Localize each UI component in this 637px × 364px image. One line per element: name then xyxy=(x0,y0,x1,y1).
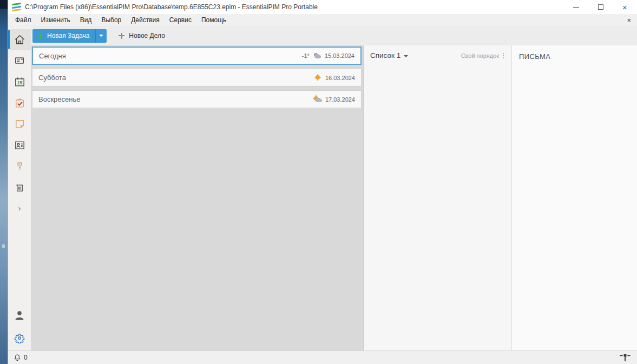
mail-icon xyxy=(14,55,25,67)
menu-select[interactable]: Выбор xyxy=(96,14,126,26)
day-label: Воскресенье xyxy=(38,95,80,103)
status-bar: 0 xyxy=(8,350,637,364)
menu-help[interactable]: Помощь xyxy=(196,14,231,26)
task-list-header: Список 1 Свой порядок xyxy=(370,51,504,59)
task-list-panel: Список 1 Свой порядок xyxy=(363,45,511,350)
new-task-button-main[interactable]: Новая Задача xyxy=(32,29,95,43)
menu-edit[interactable]: Изменить xyxy=(36,14,75,26)
sidebar-item-passwords[interactable] xyxy=(8,156,31,176)
new-task-dropdown[interactable] xyxy=(95,29,107,43)
mail-panel: ПИСЬМА xyxy=(511,45,637,350)
notification-count: 0 xyxy=(24,354,28,361)
status-right xyxy=(620,353,631,362)
mail-panel-title: ПИСЬМА xyxy=(519,52,550,61)
day-card-sunday[interactable]: Воскресенье 17.03.2024 xyxy=(32,90,362,108)
list-title: Список 1 xyxy=(370,51,400,59)
maximize-button[interactable] xyxy=(588,0,613,14)
weather-cloud-moon-icon xyxy=(313,52,321,59)
close-button[interactable]: × xyxy=(613,0,637,14)
chevron-down-icon xyxy=(404,55,408,57)
menu-bar: Файл Изменить Вид Выбор Действия Сервис … xyxy=(8,14,637,26)
content-area: Новая Задача Новое Дело Сегодня xyxy=(31,26,637,350)
new-deal-button[interactable]: Новое Дело xyxy=(115,29,168,43)
menu-view[interactable]: Вид xyxy=(75,14,97,26)
menu-actions[interactable]: Действия xyxy=(126,14,165,26)
day-card-saturday[interactable]: Суббота 16.03.2024 xyxy=(32,69,362,87)
sidebar-item-notes[interactable] xyxy=(8,114,31,134)
window-controls: × xyxy=(564,0,637,14)
date-label: 17.03.2024 xyxy=(325,96,355,103)
sidebar-item-mail[interactable] xyxy=(8,50,31,71)
sidebar-expand-chevron-icon[interactable]: › xyxy=(8,201,31,214)
sidebar: 15 xyxy=(8,26,31,350)
day-card-today[interactable]: Сегодня -1° 15.03.2024 xyxy=(32,47,362,65)
weather-sun-icon xyxy=(313,74,322,81)
new-task-button[interactable]: Новая Задача xyxy=(32,29,107,43)
svg-text:15: 15 xyxy=(17,80,22,85)
plus-icon xyxy=(119,33,124,39)
app-window: C:\Program Files (x86)\EssentialPIM Pro\… xyxy=(8,0,637,364)
toolbar: Новая Задача Новое Дело xyxy=(31,26,637,45)
tasks-icon xyxy=(14,97,26,109)
desktop-speck xyxy=(2,244,5,248)
sort-label: Свой порядок xyxy=(461,52,499,59)
panels: Сегодня -1° 15.03.2024 Суббота 16.03.202 xyxy=(31,45,637,350)
title-bar: C:\Program Files (x86)\EssentialPIM Pro\… xyxy=(8,0,637,14)
desktop-icon-fragment xyxy=(0,0,8,9)
sidebar-item-contacts[interactable] xyxy=(8,135,31,155)
new-task-label: Новая Задача xyxy=(47,32,89,39)
bell-icon xyxy=(13,353,22,362)
day-label: Сегодня xyxy=(39,52,66,60)
notifications-control[interactable]: 0 xyxy=(13,353,28,362)
plus-icon xyxy=(37,33,43,39)
new-deal-label: Новое Дело xyxy=(129,32,165,39)
sidebar-item-calendar[interactable]: 15 xyxy=(8,71,31,92)
temperature-label: -1° xyxy=(302,52,310,59)
menu-file[interactable]: Файл xyxy=(12,14,36,26)
gear-icon xyxy=(14,333,25,343)
calendar-icon: 15 xyxy=(14,76,26,88)
desktop-background xyxy=(0,0,8,364)
sidebar-item-settings[interactable] xyxy=(8,328,31,348)
sidebar-item-trash[interactable] xyxy=(8,177,31,197)
day-meta: 16.03.2024 xyxy=(313,74,355,81)
day-list-panel: Сегодня -1° 15.03.2024 Суббота 16.03.202 xyxy=(31,45,363,350)
contacts-icon xyxy=(14,139,26,151)
menubar-close-icon[interactable]: × xyxy=(625,16,633,24)
sidebar-item-home[interactable] xyxy=(8,29,31,50)
minimize-button[interactable] xyxy=(564,0,588,14)
day-meta: 17.03.2024 xyxy=(313,96,355,103)
sidebar-item-tasks[interactable] xyxy=(8,92,31,113)
main-area: 15 xyxy=(8,26,637,350)
close-icon: × xyxy=(622,3,627,11)
notes-icon xyxy=(14,118,26,130)
date-label: 15.03.2024 xyxy=(325,52,354,59)
maximize-icon xyxy=(598,4,603,10)
weather-sun-cloud-icon xyxy=(313,96,322,103)
window-title: C:\Program Files (x86)\EssentialPIM Pro\… xyxy=(25,3,318,11)
date-label: 16.03.2024 xyxy=(325,75,355,81)
kebab-menu-icon[interactable] xyxy=(502,52,504,59)
anchor-tray-icon[interactable] xyxy=(620,353,631,362)
key-icon xyxy=(14,160,25,172)
trash-icon xyxy=(14,181,26,194)
app-logo-icon xyxy=(12,3,21,11)
menu-tools[interactable]: Сервис xyxy=(165,14,196,26)
day-meta: -1° 15.03.2024 xyxy=(302,52,354,59)
chevron-down-icon xyxy=(99,35,103,37)
list-selector[interactable]: Список 1 xyxy=(370,51,408,59)
sidebar-item-user[interactable] xyxy=(8,305,31,326)
sort-control[interactable]: Свой порядок xyxy=(461,52,504,59)
minimize-icon xyxy=(573,7,579,8)
day-label: Суббота xyxy=(38,74,66,82)
user-icon xyxy=(13,309,26,322)
home-icon xyxy=(14,34,26,46)
